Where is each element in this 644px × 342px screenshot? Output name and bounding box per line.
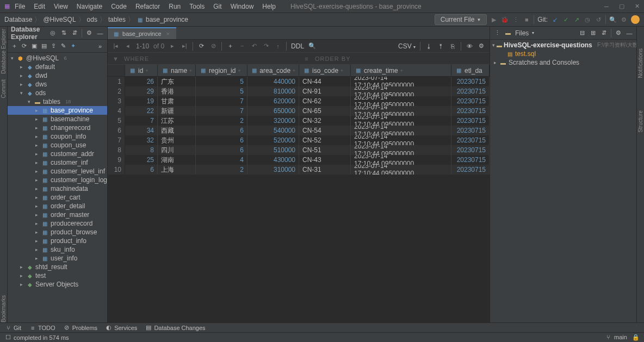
- bottom-services[interactable]: ◐ Services: [105, 324, 137, 332]
- tree-icon[interactable]: ⊞: [589, 29, 597, 37]
- filter-icon[interactable]: ✦: [70, 42, 77, 50]
- tree-table-customer_login_log[interactable]: ▸▦customer_login_log: [8, 176, 107, 184]
- bc-tables[interactable]: tables: [108, 16, 126, 23]
- run-config-dropdown[interactable]: Current File▼: [435, 14, 487, 25]
- files-more-icon[interactable]: ⋮: [493, 29, 501, 37]
- menu-edit[interactable]: Edit: [30, 2, 49, 11]
- more-icon[interactable]: »: [96, 42, 104, 50]
- tree-table-basemachine[interactable]: ▸▦basemachine: [8, 115, 107, 123]
- tree-table-changerecord[interactable]: ▸▦changerecord: [8, 123, 107, 132]
- tree-table-product_browse[interactable]: ▸▦product_browse: [8, 228, 107, 237]
- target-icon[interactable]: ◎: [49, 29, 57, 37]
- tree-table-coupon_use[interactable]: ▸▦coupon_use: [8, 141, 107, 150]
- vcs-push-icon[interactable]: ↗: [573, 16, 580, 23]
- cancel-icon[interactable]: ⊘: [209, 42, 217, 50]
- open-icon[interactable]: ⊟: [578, 29, 586, 37]
- editor-tab[interactable]: ▦ base_province ×: [108, 27, 176, 39]
- side-tab-database[interactable]: Database Explorer: [1, 29, 7, 74]
- filter-where-icon[interactable]: ▼: [112, 55, 120, 63]
- add-row-icon[interactable]: ＋: [226, 42, 234, 50]
- tab-close-icon[interactable]: ×: [164, 30, 172, 38]
- vcs-rollback-icon[interactable]: ↺: [595, 16, 602, 23]
- edit-icon[interactable]: ✎: [60, 42, 67, 50]
- tree-table-customer_inf[interactable]: ▸▦customer_inf: [8, 158, 107, 167]
- vcs-commit-icon[interactable]: ✓: [562, 16, 569, 23]
- format-dropdown[interactable]: CSV ▾: [398, 42, 416, 50]
- first-page-icon[interactable]: |◂: [112, 42, 120, 50]
- table-row[interactable]: 1 26 广东 5 440000 CN-44 2023-07-14 17:10:…: [108, 77, 490, 86]
- menu-window[interactable]: Window: [227, 2, 258, 11]
- maximize-icon[interactable]: ▢: [618, 3, 626, 10]
- bc-current[interactable]: ▦base_province: [137, 16, 188, 23]
- menu-tools[interactable]: Tools: [185, 2, 208, 11]
- close-icon[interactable]: ✕: [633, 3, 641, 10]
- import-icon[interactable]: ⭱: [437, 42, 444, 50]
- add-ds-icon[interactable]: ＋: [11, 42, 18, 50]
- collapse-icon[interactable]: ⇵: [71, 29, 78, 37]
- view-icon[interactable]: 👁: [466, 42, 473, 50]
- search-everywhere-icon[interactable]: 🔍: [609, 16, 617, 23]
- bc-ods[interactable]: ods: [87, 16, 97, 23]
- tree-table-customer_addr[interactable]: ▸▦customer_addr: [8, 150, 107, 158]
- bottom-todo[interactable]: ≡ TODO: [29, 324, 55, 332]
- last-page-icon[interactable]: ▸|: [181, 42, 188, 50]
- jump-icon[interactable]: ⇪: [50, 42, 58, 50]
- remove-row-icon[interactable]: －: [238, 42, 246, 50]
- table-row[interactable]: 3 19 甘肃 7 620000 CN-62 2023-07-14 17:10:…: [108, 96, 490, 106]
- menu-view[interactable]: View: [50, 2, 72, 11]
- tree-ods[interactable]: ▾◆ods: [8, 89, 107, 97]
- menu-git[interactable]: Git: [209, 2, 225, 11]
- project-root[interactable]: ▾▬HiveSQL-exercise-questions F:\学习资料\大数据…: [490, 41, 636, 49]
- export-icon[interactable]: ⭳: [425, 42, 432, 50]
- hide2-icon[interactable]: —: [626, 29, 633, 37]
- submit-icon[interactable]: ↷: [262, 42, 270, 50]
- up-icon[interactable]: ↑: [274, 42, 282, 50]
- tree-table-order_detail[interactable]: ▸▦order_detail: [8, 202, 107, 210]
- where-label[interactable]: WHERE: [124, 55, 149, 62]
- tree-schema-dwd[interactable]: ▸◆dwd: [8, 71, 107, 80]
- side-tab-commit[interactable]: Commit: [1, 79, 7, 98]
- avatar[interactable]: [631, 15, 640, 24]
- tree-table-user_info[interactable]: ▸▦user_info: [8, 254, 107, 263]
- tree-root[interactable]: ▾⬢@HiveSQL 6: [8, 54, 107, 63]
- stop-icon[interactable]: ■: [523, 16, 530, 23]
- side-tab-notif[interactable]: Notifications: [637, 48, 643, 78]
- status-branch[interactable]: ⑂ main 🔒: [605, 333, 640, 341]
- bottom-problems[interactable]: ⊘ Problems: [63, 324, 98, 332]
- bottom-dbchanges[interactable]: ▤ Database Changes: [145, 324, 205, 332]
- tree-table-customer_level_inf[interactable]: ▸▦customer_level_inf: [8, 167, 107, 176]
- table-row[interactable]: 4 22 新疆 7 650000 CN-65 2023-07-14 17:10:…: [108, 106, 490, 116]
- table-row[interactable]: 9 25 湖南 4 430000 CN-43 2023-07-14 17:10:…: [108, 155, 490, 165]
- gear2-icon[interactable]: ⚙: [478, 42, 485, 50]
- table-row[interactable]: 6 34 西藏 6 540000 CN-54 2023-07-14 17:10:…: [108, 126, 490, 135]
- minimize-icon[interactable]: ─: [603, 3, 610, 10]
- more-run-icon[interactable]: ⋮: [512, 16, 519, 23]
- tree-table-sku_info[interactable]: ▸▦sku_info: [8, 245, 107, 254]
- tree-node-Server Objects[interactable]: ▸◆Server Objects: [8, 280, 107, 289]
- orderby-icon[interactable]: ≡: [303, 55, 311, 63]
- menu-navigate[interactable]: Navigate: [73, 2, 106, 11]
- vcs-update-icon[interactable]: ↙: [551, 16, 559, 23]
- collapse2-icon[interactable]: ⇵: [600, 29, 608, 37]
- prev-page-icon[interactable]: ◂: [124, 42, 132, 50]
- tree-table-coupon_info[interactable]: ▸▦coupon_info: [8, 132, 107, 141]
- table-row[interactable]: 10 6 上海 2 310000 CN-31 2023-07-14 17:10:…: [108, 165, 490, 175]
- settings-icon[interactable]: ⚙: [620, 16, 628, 23]
- bottom-git[interactable]: ⑂ Git: [4, 324, 21, 332]
- expand-icon[interactable]: ⇅: [60, 29, 67, 37]
- ddl-button[interactable]: DDL: [291, 42, 304, 50]
- vcs-history-icon[interactable]: ◷: [584, 16, 591, 23]
- tree-node-test[interactable]: ▸◆test: [8, 271, 107, 280]
- debug-icon[interactable]: 🐞: [501, 16, 509, 23]
- revert-icon[interactable]: ↶: [250, 42, 258, 50]
- copy-icon[interactable]: ⎘: [449, 42, 456, 50]
- tree-table-machinedata[interactable]: ▸▦machinedata: [8, 184, 107, 193]
- table-row[interactable]: 7 32 贵州 6 520000 CN-52 2023-07-14 17:10:…: [108, 135, 490, 145]
- side-tab-struct[interactable]: Structure: [637, 110, 643, 133]
- tree-node-shtd_result[interactable]: ▸◆shtd_result: [8, 263, 107, 271]
- file-test-sql[interactable]: ▤test.sql: [490, 49, 636, 58]
- gear3-icon[interactable]: ⚙: [615, 29, 622, 37]
- refresh-icon[interactable]: ⟳: [21, 42, 28, 50]
- tree-table-producerecord[interactable]: ▸▦producerecord: [8, 219, 107, 228]
- menu-refactor[interactable]: Refactor: [132, 2, 164, 11]
